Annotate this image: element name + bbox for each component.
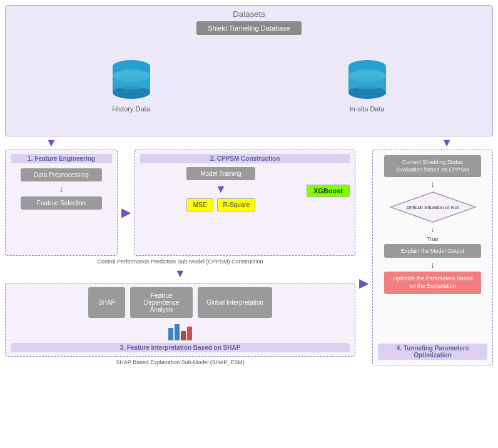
preprocessing-box: Data Preprocessing	[21, 168, 102, 181]
top-arrows-row: ▼ ▼	[5, 136, 493, 150]
history-cylinder-icon	[109, 57, 154, 104]
model-training-box: Model Training	[186, 167, 255, 180]
left-to-right-arrow: ▶	[359, 150, 368, 365]
down-arrow-c: ↓	[430, 260, 435, 270]
insitu-cylinder-icon	[345, 57, 390, 104]
datasets-title: Datasets	[233, 9, 265, 19]
cppsm-box: 2. CPPSM Construction Model Training ▼ M…	[135, 150, 355, 256]
cylinders-row: History Data In-situ Data	[13, 39, 485, 131]
cppsm-right: XGBoost	[307, 167, 350, 197]
tunneling-panel: Current Shielding Status Evaluation base…	[372, 150, 493, 365]
cppsm-down-arrow: ▼	[215, 183, 226, 196]
datasets-section: Datasets Shield Tunneling Database Histo…	[5, 5, 493, 136]
current-shield-box: Current Shielding Status Evaluation base…	[384, 155, 481, 177]
tunneling-title: 4. Tunneling Parameters Optimization	[378, 344, 487, 360]
main-container: Datasets Shield Tunneling Database Histo…	[0, 0, 498, 448]
shap-cards: SHAP Featrue Dependence Analysis Global …	[11, 287, 350, 318]
left-panel: 1. Feature Engineering Data Preprocessin…	[5, 150, 355, 365]
shap-title: 3. Feature Interpretation Based on SHAP	[11, 343, 350, 352]
cppsm-inner: Model Training ▼ MSE R-Square XGBoost	[140, 167, 350, 211]
xgboost-badge: XGBoost	[307, 185, 350, 197]
explain-box: Explain the Model Output	[384, 244, 481, 258]
metrics-row: MSE R-Square	[186, 198, 255, 211]
down-arrow-a: ↓	[430, 179, 435, 189]
history-data-label: History Data	[112, 105, 150, 113]
insitu-down-arrow: ▼	[441, 136, 452, 150]
diamond-wrap: Difficult Situation or Not	[389, 191, 477, 223]
optimize-box: Optimize the Parameters Based on the Exp…	[384, 272, 481, 293]
shap-card: SHAP	[88, 287, 125, 318]
history-down-arrow: ▼	[46, 136, 57, 150]
history-data-group: History Data	[109, 57, 154, 113]
shap-section-label: SHAP Based Explanation Sub-Model (SHAP_E…	[5, 359, 355, 365]
down-arrow-1: ↓	[59, 184, 64, 194]
down-arrow-b: ↓	[431, 225, 435, 234]
svg-point-9	[348, 77, 386, 89]
svg-point-4	[113, 77, 150, 89]
true-label: True	[427, 236, 438, 242]
upper-boxes-row: 1. Feature Engineering Data Preprocessin…	[5, 150, 355, 256]
bottom-section: 1. Feature Engineering Data Preprocessin…	[5, 150, 493, 365]
global-interp-card: Global Interpretation	[198, 287, 272, 318]
diamond-text: Difficult Situation or Not	[402, 205, 464, 211]
feat-to-cppsm-arrow: ▶	[121, 150, 131, 256]
shield-db-box: Shield Tunneling Database	[196, 21, 301, 35]
shap-section: SHAP Featrue Dependence Analysis Global …	[5, 283, 355, 357]
feature-engineering-box: 1. Feature Engineering Data Preprocessin…	[5, 150, 118, 256]
bar-3	[181, 331, 186, 340]
feature-eng-flow: Data Preprocessing ↓ Featrue Selection	[11, 168, 112, 210]
cppsm-left: Model Training ▼ MSE R-Square	[140, 167, 302, 211]
insitu-data-label: In-situ Data	[349, 105, 384, 113]
cppsm-to-shap-arrow: ▼	[5, 267, 355, 280]
insitu-data-group: In-situ Data	[345, 57, 390, 113]
feature-eng-title: 1. Feature Engineering	[11, 154, 112, 163]
cppsm-title: 2. CPPSM Construction	[140, 154, 350, 163]
bar-4	[187, 327, 192, 340]
bar-1	[168, 328, 173, 340]
mini-bar-chart	[11, 322, 350, 340]
feature-dep-card: Featrue Dependence Analysis	[130, 287, 193, 318]
selection-box: Featrue Selection	[21, 196, 102, 210]
mse-box: MSE	[186, 198, 214, 211]
cppsm-section-label: Control Performance Prediction Sub-Model…	[5, 258, 355, 265]
bar-2	[175, 324, 180, 340]
rsquare-box: R-Square	[217, 198, 255, 211]
flowchart: Current Shielding Status Evaluation base…	[378, 155, 487, 340]
